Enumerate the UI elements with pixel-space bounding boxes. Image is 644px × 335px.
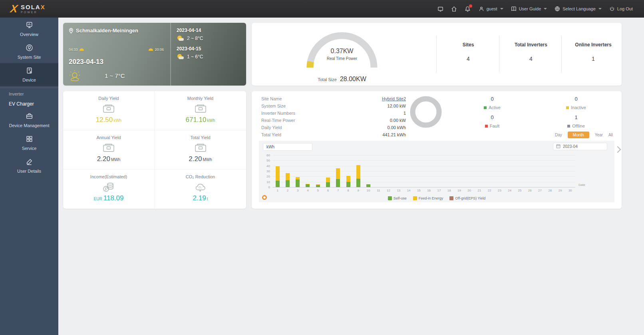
site-info-row: Site NameHybrid Site2 (261, 95, 406, 102)
bar-day-5[interactable] (316, 155, 320, 187)
yield-cell-total-yield[interactable]: Total Yield2.20MWh (155, 130, 246, 169)
bar-day-22[interactable] (487, 155, 491, 187)
sidebar-item-user-details[interactable]: User Details (0, 154, 58, 177)
chart-zoom-handle[interactable] (262, 195, 267, 200)
x-tick-label: 30 (566, 189, 574, 192)
x-tick-label: 12 (385, 189, 393, 192)
bar-day-29[interactable] (558, 155, 562, 187)
period-tab-day[interactable]: Day (555, 133, 562, 137)
user-guide-menu[interactable]: User Guide (511, 6, 547, 12)
status-fault: 0Fault (466, 114, 518, 128)
bar-day-26[interactable] (528, 155, 532, 187)
user-menu[interactable]: guest (478, 6, 503, 12)
sidebar-item-overview[interactable]: Overview (0, 18, 58, 40)
sidebar-item-system-site[interactable]: System Site (0, 40, 58, 63)
real-time-power-label: Real Time Power (303, 56, 381, 61)
site-info-row: System Size12.00 kW (261, 102, 406, 110)
yield-cell-annual-yield[interactable]: Annual Yield2.20MWh (63, 130, 155, 169)
logout-button[interactable]: Log Out (609, 6, 633, 12)
legend-item-off-grid-eps-yield[interactable]: Off-grid(EPS) Yield (449, 196, 485, 200)
device-icon (26, 67, 33, 75)
bar-segment (336, 168, 340, 179)
yield-cell-income-estimated-[interactable]: Income(Estimated)EUR118.09 (63, 169, 155, 209)
bar-day-24[interactable] (508, 155, 512, 187)
bar-day-30[interactable] (568, 155, 572, 187)
bar-day-21[interactable] (477, 155, 481, 187)
x-tick-label: 1 (274, 189, 282, 192)
language-menu[interactable]: Select Language (554, 6, 602, 12)
income-icon (63, 181, 154, 193)
topbar: X SOLAX POWER guest (0, 0, 644, 18)
period-tab-month[interactable]: Month (568, 132, 589, 138)
bar-day-25[interactable] (518, 155, 522, 187)
period-tab-all[interactable]: All (608, 133, 613, 137)
sidebar-item-service[interactable]: Service (0, 132, 58, 154)
power-icon (609, 6, 615, 12)
legend-item-feed-in-energy[interactable]: Feed-in Energy (413, 196, 443, 200)
bar-day-20[interactable] (467, 155, 471, 187)
bar-day-9[interactable] (356, 155, 360, 187)
weather-location: Schmalkalden-Meiningen (76, 28, 138, 34)
x-tick-label: 28 (546, 189, 554, 192)
bar-day-4[interactable] (306, 155, 310, 187)
bar-day-23[interactable] (498, 155, 502, 187)
bar-day-11[interactable] (376, 155, 380, 187)
legend-item-self-use[interactable]: Self-use (388, 196, 407, 200)
bar-day-1[interactable] (276, 155, 280, 187)
site-name-link[interactable]: Hybrid Site2 (382, 96, 406, 101)
bar-day-14[interactable] (407, 155, 411, 187)
bar-segment (286, 173, 290, 180)
bar-day-13[interactable] (397, 155, 401, 187)
site-detail-card: Site NameHybrid Site2System Size12.00 kW… (252, 91, 622, 209)
bar-day-18[interactable] (447, 155, 451, 187)
yield-cell-monthly-yield[interactable]: Monthly Yield671.10kWh (155, 91, 246, 130)
status-label: Offline (572, 124, 585, 128)
summary-card: 0.37KW Real Time Power Total Size28.00KW… (252, 23, 622, 86)
sidebar-item-device-management[interactable]: Device Management (0, 109, 58, 132)
sidebar-item-inverter[interactable]: Inverter (0, 89, 58, 99)
bar-day-2[interactable] (286, 155, 290, 187)
home-icon[interactable] (451, 6, 457, 12)
yield-grid: Daily Yield12.50kWhMonthly Yield671.10kW… (63, 91, 246, 209)
sidebar-item-ev-charger[interactable]: EV Charger (0, 99, 58, 109)
topbar-actions: guest User Guide Select Language (437, 6, 644, 12)
site-icon (26, 44, 33, 52)
info-label: Daily Yield (261, 125, 282, 130)
x-tick-label: 22 (485, 189, 493, 192)
info-value: 0.00 kW (390, 118, 406, 123)
yield-cell-daily-yield[interactable]: Daily Yield12.50kWh (63, 91, 155, 130)
brand-name: SOLAX (21, 4, 46, 10)
x-tick-label: 20 (465, 189, 473, 192)
bar-day-8[interactable] (346, 155, 350, 187)
bar-segment (276, 181, 280, 187)
bar-day-19[interactable] (457, 155, 461, 187)
yield-cell-co-reduction[interactable]: CO₂ ReductionO₂2.19t (155, 169, 246, 209)
bar-day-16[interactable] (427, 155, 431, 187)
site-info-row: Real-Time Power0.00 kW (261, 117, 406, 124)
info-label: Inverter Numbers (261, 111, 295, 116)
bar-day-3[interactable] (296, 155, 300, 187)
bar-day-6[interactable] (326, 155, 330, 187)
info-value: 441.21 kWh (382, 132, 406, 137)
yield-label: Annual Yield (63, 135, 154, 140)
bell-icon[interactable] (465, 6, 471, 12)
bar-day-17[interactable] (437, 155, 441, 187)
site-info-row: Inverter Numbers1 (261, 110, 406, 117)
x-tick-label: 3 (294, 189, 302, 192)
yield-label: CO₂ Reduction (155, 174, 246, 179)
sidebar-item-device[interactable]: Device (0, 63, 58, 86)
chevron-down-icon (598, 8, 602, 10)
bar-day-7[interactable] (336, 155, 340, 187)
sidebar-item-label: Service (22, 146, 37, 151)
status-dot (567, 125, 570, 128)
bar-day-28[interactable] (548, 155, 552, 187)
bar-day-27[interactable] (538, 155, 542, 187)
bar-day-10[interactable] (366, 155, 370, 187)
co2-icon: O₂ (155, 181, 246, 193)
bar-day-15[interactable] (417, 155, 421, 187)
fullscreen-icon[interactable] (437, 6, 444, 12)
brand-sub: POWER (21, 11, 46, 14)
period-tab-year[interactable]: Year (595, 133, 603, 137)
x-tick-label: 26 (526, 189, 534, 192)
bar-day-12[interactable] (387, 155, 391, 187)
